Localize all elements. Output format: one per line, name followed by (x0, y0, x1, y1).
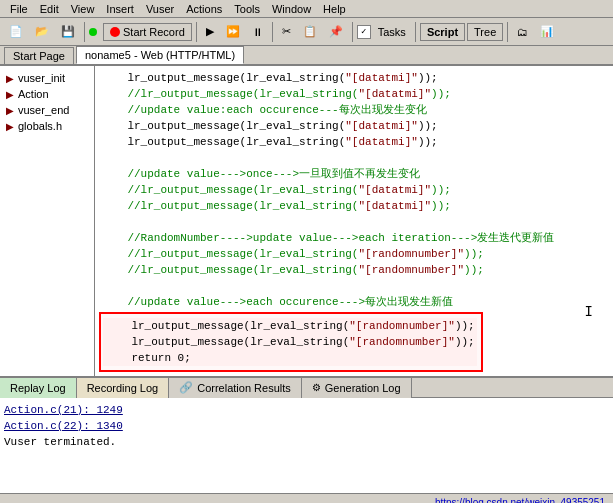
cursor-indicator: I (585, 304, 593, 320)
code-line: //lr_output_message(lr_eval_string("[ran… (99, 246, 609, 262)
status-url: https://blog.csdn.net/weixin_49355251 (435, 497, 605, 503)
paste-button[interactable]: 📌 (324, 21, 348, 43)
toolbar: 📄 📂 💾 Start Record ▶ ⏩ ⏸ ✂ 📋 📌 ✓ Tasks S… (0, 18, 613, 46)
sidebar-item-label: vuser_end (18, 104, 69, 116)
separator-1 (84, 22, 85, 42)
separator-6 (507, 22, 508, 42)
code-line: lr_output_message(lr_eval_string("[datat… (99, 118, 609, 134)
compile-button[interactable]: ▶ (201, 21, 219, 43)
menu-help[interactable]: Help (317, 1, 352, 17)
main-area: ▶ vuser_init ▶ Action ▶ vuser_end ▶ glob… (0, 66, 613, 376)
separator-2 (196, 22, 197, 42)
code-line: //lr_output_message(lr_eval_string("[dat… (99, 182, 609, 198)
code-line: //lr_output_message(lr_eval_string("[ran… (99, 262, 609, 278)
sidebar-item-label: Action (18, 88, 49, 100)
bottom-panel: Replay Log Recording Log 🔗 Correlation R… (0, 376, 613, 493)
run-button[interactable]: ⏩ (221, 21, 245, 43)
globals-icon: ▶ (6, 121, 14, 132)
menu-edit[interactable]: Edit (34, 1, 65, 17)
bottom-tab-replay[interactable]: Replay Log (0, 378, 77, 398)
sidebar: ▶ vuser_init ▶ Action ▶ vuser_end ▶ glob… (0, 66, 95, 376)
status-indicator (89, 28, 97, 36)
start-record-button[interactable]: Start Record (103, 23, 192, 41)
cut-button[interactable]: ✂ (277, 21, 296, 43)
menu-actions[interactable]: Actions (180, 1, 228, 17)
sidebar-item-label: vuser_init (18, 72, 65, 84)
tasks-area: ✓ Tasks (357, 21, 411, 43)
code-line: lr_output_message(lr_eval_string("[datat… (99, 70, 609, 86)
menu-view[interactable]: View (65, 1, 101, 17)
log-line-2: Action.c(22): 1340 (4, 418, 609, 434)
code-line: //update value:each occurence---每次出现发生变化 (99, 102, 609, 118)
open-button[interactable]: 📂 (30, 21, 54, 43)
separator-3 (272, 22, 273, 42)
menu-insert[interactable]: Insert (100, 1, 140, 17)
code-line: //update value--->once--->一旦取到值不再发生变化 (99, 166, 609, 182)
action-icon: ▶ (6, 89, 14, 100)
highlight-line-2: lr_output_message(lr_eval_string("[rando… (103, 334, 477, 350)
code-line-blank (99, 214, 609, 230)
highlight-line-1: lr_output_message(lr_eval_string("[rando… (103, 318, 477, 334)
menu-window[interactable]: Window (266, 1, 317, 17)
log-line-3: Vuser terminated. (4, 434, 609, 450)
copy-button[interactable]: 📋 (298, 21, 322, 43)
pause-button[interactable]: ⏸ (247, 21, 268, 43)
separator-4 (352, 22, 353, 42)
save-button[interactable]: 💾 (56, 21, 80, 43)
bottom-tabs-bar: Replay Log Recording Log 🔗 Correlation R… (0, 378, 613, 398)
tasks-button[interactable]: Tasks (373, 21, 411, 43)
sidebar-item-action[interactable]: ▶ Action (2, 86, 92, 102)
sidebar-item-vuser-end[interactable]: ▶ vuser_end (2, 102, 92, 118)
sidebar-item-globals[interactable]: ▶ globals.h (2, 118, 92, 134)
status-bar: https://blog.csdn.net/weixin_49355251 (0, 493, 613, 503)
bottom-tab-generation[interactable]: ⚙ Generation Log (302, 378, 412, 398)
highlight-line-3: return 0; (103, 350, 477, 366)
vuser-init-icon: ▶ (6, 73, 14, 84)
sidebar-item-label: globals.h (18, 120, 62, 132)
tasks-checkbox: ✓ (357, 25, 371, 39)
sidebar-item-vuser-init[interactable]: ▶ vuser_init (2, 70, 92, 86)
extra-button-2[interactable]: 📊 (535, 21, 559, 43)
vuser-end-icon: ▶ (6, 105, 14, 116)
tab-start-page[interactable]: Start Page (4, 47, 74, 64)
code-line: //lr_output_message(lr_eval_string("[dat… (99, 198, 609, 214)
menu-tools[interactable]: Tools (228, 1, 266, 17)
tab-noname5[interactable]: noname5 - Web (HTTP/HTML) (76, 46, 244, 64)
code-line: lr_output_message(lr_eval_string("[datat… (99, 134, 609, 150)
code-line-blank (99, 150, 609, 166)
record-icon (110, 27, 120, 37)
bottom-tab-correlation[interactable]: 🔗 Correlation Results (169, 378, 302, 398)
tree-button[interactable]: Tree (467, 23, 503, 41)
code-line-blank (99, 278, 609, 294)
separator-5 (415, 22, 416, 42)
menu-bar: File Edit View Insert Vuser Actions Tool… (0, 0, 613, 18)
tabs-row: Start Page noname5 - Web (HTTP/HTML) (0, 46, 613, 66)
bottom-content-area: Action.c(21): 1249 Action.c(22): 1340 Vu… (0, 398, 613, 493)
log-line-1: Action.c(21): 1249 (4, 402, 609, 418)
code-line: //RandomNumber---->update value--->each … (99, 230, 609, 246)
code-line: //lr_output_message(lr_eval_string("[dat… (99, 86, 609, 102)
script-button[interactable]: Script (420, 23, 465, 41)
code-line: //update value--->each occurence--->每次出现… (99, 294, 609, 310)
code-editor[interactable]: lr_output_message(lr_eval_string("[datat… (95, 66, 613, 376)
bottom-tab-recording[interactable]: Recording Log (77, 378, 170, 398)
menu-vuser[interactable]: Vuser (140, 1, 180, 17)
menu-file[interactable]: File (4, 1, 34, 17)
extra-button-1[interactable]: 🗂 (512, 21, 533, 43)
new-button[interactable]: 📄 (4, 21, 28, 43)
start-record-label: Start Record (123, 26, 185, 38)
